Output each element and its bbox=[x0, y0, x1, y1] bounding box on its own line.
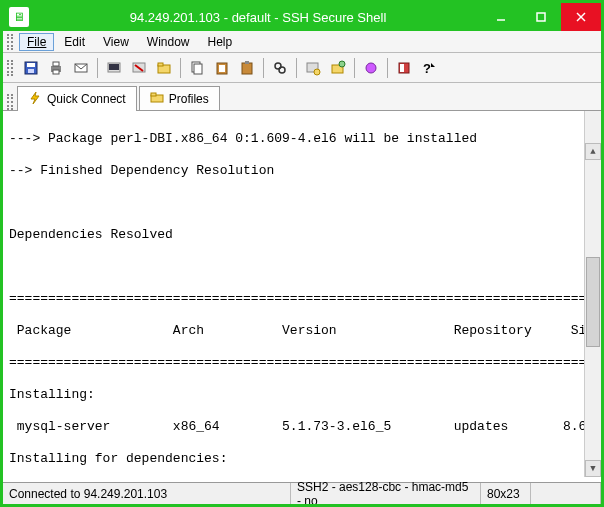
find-icon[interactable] bbox=[269, 57, 291, 79]
status-cipher: SSH2 - aes128-cbc - hmac-md5 - no bbox=[291, 483, 481, 504]
tab-profiles-label: Profiles bbox=[169, 92, 209, 106]
svg-rect-21 bbox=[242, 63, 252, 74]
app-icon: 🖥 bbox=[9, 7, 29, 27]
svg-rect-18 bbox=[194, 64, 202, 74]
svg-rect-8 bbox=[53, 62, 59, 66]
minimize-button[interactable] bbox=[481, 3, 521, 31]
print-icon[interactable] bbox=[45, 57, 67, 79]
svg-rect-9 bbox=[53, 70, 59, 74]
svg-point-29 bbox=[366, 63, 376, 73]
tab-quick-connect-label: Quick Connect bbox=[47, 92, 126, 106]
window-title: 94.249.201.103 - default - SSH Secure Sh… bbox=[35, 10, 481, 25]
terminal-line: ---> Package perl-DBI.x86_64 0:1.609-4.e… bbox=[9, 131, 477, 146]
toolbar-handle[interactable] bbox=[7, 60, 13, 76]
svg-point-24 bbox=[279, 67, 285, 73]
svg-point-28 bbox=[339, 61, 345, 67]
copy-icon[interactable] bbox=[186, 57, 208, 79]
terminal-line: ========================================… bbox=[9, 291, 601, 306]
status-spare bbox=[531, 483, 601, 504]
scroll-down-icon[interactable]: ▼ bbox=[585, 460, 601, 477]
svg-rect-31 bbox=[400, 64, 404, 72]
status-size: 80x23 bbox=[481, 483, 531, 504]
menu-view[interactable]: View bbox=[95, 33, 137, 51]
terminal-line: Installing for dependencies: bbox=[9, 451, 227, 466]
maximize-button[interactable] bbox=[521, 3, 561, 31]
terminal-line: Dependencies Resolved bbox=[9, 227, 173, 242]
connect-icon[interactable] bbox=[103, 57, 125, 79]
terminal-line: ========================================… bbox=[9, 355, 601, 370]
paste-icon[interactable] bbox=[211, 57, 233, 79]
disconnect-icon[interactable] bbox=[128, 57, 150, 79]
mail-icon[interactable] bbox=[70, 57, 92, 79]
menubar: File Edit View Window Help bbox=[3, 31, 601, 53]
menu-edit[interactable]: Edit bbox=[56, 33, 93, 51]
svg-rect-16 bbox=[158, 63, 163, 66]
tab-quick-connect[interactable]: Quick Connect bbox=[17, 86, 137, 111]
vertical-scrollbar[interactable]: ▲ ▼ bbox=[584, 111, 601, 477]
book-icon[interactable] bbox=[393, 57, 415, 79]
lightning-icon bbox=[28, 91, 42, 108]
terminal-line: --> Finished Dependency Resolution bbox=[9, 163, 274, 178]
scroll-thumb[interactable] bbox=[586, 257, 600, 347]
toolbar: ? bbox=[3, 53, 601, 83]
folder-icon bbox=[150, 90, 164, 107]
status-connected: Connected to 94.249.201.103 bbox=[3, 483, 291, 504]
terminal[interactable]: ---> Package perl-DBI.x86_64 0:1.609-4.e… bbox=[3, 111, 601, 477]
close-button[interactable] bbox=[561, 3, 601, 31]
svg-rect-20 bbox=[219, 65, 225, 72]
svg-rect-1 bbox=[537, 13, 545, 21]
svg-rect-35 bbox=[151, 93, 156, 96]
scroll-up-icon[interactable]: ▲ bbox=[585, 143, 601, 160]
menu-window[interactable]: Window bbox=[139, 33, 198, 51]
svg-rect-6 bbox=[28, 69, 34, 73]
svg-rect-22 bbox=[245, 61, 249, 64]
help-icon[interactable]: ? bbox=[418, 57, 440, 79]
tabbar: Quick Connect Profiles bbox=[3, 83, 601, 111]
menubar-handle[interactable] bbox=[7, 34, 13, 50]
svg-text:?: ? bbox=[423, 61, 431, 76]
svg-rect-12 bbox=[109, 64, 119, 70]
terminal-line: Package Arch Version Repository Size bbox=[9, 323, 601, 338]
tab-profiles[interactable]: Profiles bbox=[139, 86, 220, 110]
tabbar-handle[interactable] bbox=[7, 94, 13, 110]
svg-rect-5 bbox=[27, 63, 35, 67]
save-icon[interactable] bbox=[20, 57, 42, 79]
new-file-transfer-icon[interactable] bbox=[327, 57, 349, 79]
titlebar: 🖥 94.249.201.103 - default - SSH Secure … bbox=[3, 3, 601, 31]
terminal-line: mysql-server x86_64 5.1.73-3.el6_5 updat… bbox=[9, 419, 601, 434]
clipboard-icon[interactable] bbox=[236, 57, 258, 79]
statusbar: Connected to 94.249.201.103 SSH2 - aes12… bbox=[3, 482, 601, 504]
menu-help[interactable]: Help bbox=[200, 33, 241, 51]
new-terminal-icon[interactable] bbox=[302, 57, 324, 79]
svg-marker-33 bbox=[31, 92, 39, 104]
svg-point-26 bbox=[314, 69, 320, 75]
log-icon[interactable] bbox=[360, 57, 382, 79]
terminal-line: Installing: bbox=[9, 387, 95, 402]
profiles-icon[interactable] bbox=[153, 57, 175, 79]
menu-file[interactable]: File bbox=[19, 33, 54, 51]
